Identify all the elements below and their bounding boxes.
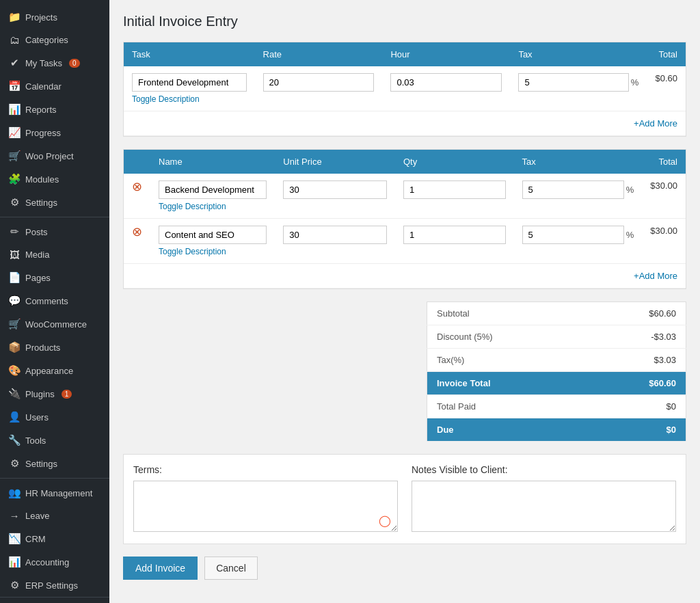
- appearance-icon: 🎨: [8, 364, 21, 377]
- unitprice-cell-1: [275, 174, 395, 219]
- task-rate-input[interactable]: [263, 73, 375, 92]
- add-invoice-button[interactable]: Add Invoice: [123, 557, 198, 580]
- footer-buttons: Add Invoice Cancel: [123, 557, 686, 580]
- sidebar-item-accounting[interactable]: 📊 Accounting: [0, 550, 109, 574]
- tasks-icon: ✔: [8, 57, 21, 69]
- sidebar-item-pages[interactable]: 📄 Pages: [0, 266, 109, 289]
- page-title: Initial Invoice Entry: [123, 14, 686, 29]
- hour-cell: [382, 66, 510, 111]
- notes-textarea-wrap: [412, 481, 676, 534]
- product-name-input-2[interactable]: [159, 226, 267, 244]
- sidebar-label: Appearance: [25, 366, 73, 376]
- woocommerce-icon: 🛒: [8, 318, 21, 330]
- sidebar-item-products[interactable]: 📦 Products: [0, 336, 109, 359]
- remove-row-1-button[interactable]: ⊗: [132, 180, 142, 193]
- sidebar-label: Calendar: [25, 81, 62, 92]
- product-name-input-1[interactable]: [159, 180, 267, 199]
- terms-notes-section: Terms: ◯ Notes Visible to Client:: [123, 454, 686, 544]
- task-cell: Toggle Description: [124, 66, 255, 111]
- sidebar-item-categories[interactable]: 🗂 Categories: [0, 29, 109, 51]
- sidebar-item-plugins[interactable]: 🔌 Plugins 1: [0, 382, 109, 405]
- task-hour-input[interactable]: [390, 73, 502, 92]
- sidebar-item-calendar[interactable]: 📅 Calendar: [0, 75, 109, 98]
- sidebar-label: My Tasks: [25, 58, 62, 68]
- tax-cell: %: [510, 66, 647, 111]
- product-unitprice-input-2[interactable]: [283, 226, 387, 244]
- sidebar-item-settings-proj[interactable]: ⚙ Settings: [0, 191, 109, 214]
- remove-row-2-button[interactable]: ⊗: [132, 226, 142, 238]
- task-tax-input[interactable]: [518, 73, 628, 92]
- woo-project-icon: 🛒: [8, 150, 21, 162]
- rate-col-header: Rate: [255, 42, 383, 66]
- tax-cell-2: %: [514, 219, 643, 264]
- product-add-more-link[interactable]: +Add More: [634, 271, 677, 281]
- sidebar-label: Tools: [25, 436, 46, 446]
- sidebar-item-progress[interactable]: 📈 Progress: [0, 121, 109, 144]
- task-toggle-desc[interactable]: Toggle Description: [132, 94, 247, 104]
- sidebar-item-leave[interactable]: → Leave: [0, 505, 109, 527]
- sidebar-item-crm[interactable]: 📉 CRM: [0, 527, 109, 550]
- tax-value: $3.03: [587, 349, 686, 372]
- sidebar-item-settings[interactable]: ⚙ Settings: [0, 452, 109, 475]
- qty-col-header: Qty: [395, 150, 514, 174]
- sidebar-item-erp-settings[interactable]: ⚙ ERP Settings: [0, 574, 109, 597]
- task-add-more-link[interactable]: +Add More: [634, 118, 677, 129]
- sidebar-item-projects[interactable]: 📁 Projects: [0, 5, 109, 29]
- product-row: ⊗ Toggle Description: [124, 174, 686, 219]
- total-cell-2: $30.00: [642, 219, 686, 264]
- name-cell-2: Toggle Description: [150, 219, 275, 264]
- sidebar-item-posts[interactable]: ✏ Posts: [0, 220, 109, 243]
- product-qty-input-2[interactable]: [403, 226, 506, 244]
- task-row: Toggle Description % $0.60: [124, 66, 686, 111]
- sidebar-item-my-tasks[interactable]: ✔ My Tasks 0: [0, 51, 109, 75]
- qty-cell-1: [395, 174, 514, 219]
- sidebar-item-comments[interactable]: 💬 Comments: [0, 289, 109, 312]
- sidebar-item-appearance[interactable]: 🎨 Appearance: [0, 359, 109, 382]
- task-name-input[interactable]: [132, 73, 247, 92]
- product-add-more-row: +Add More: [124, 264, 686, 289]
- product-tax-input-2[interactable]: [522, 226, 624, 244]
- name-cell-1: Toggle Description: [150, 174, 275, 219]
- product-row-2: ⊗ Toggle Description: [124, 219, 686, 264]
- total-paid-value: $0: [587, 395, 686, 418]
- sidebar-divider-2: [0, 478, 109, 479]
- remove-cell-1: ⊗: [124, 174, 150, 219]
- sidebar-label: Reports: [25, 105, 57, 115]
- cancel-button[interactable]: Cancel: [204, 557, 258, 580]
- sidebar-item-hr-management[interactable]: 👥 HR Management: [0, 481, 109, 505]
- tax-col-header: Tax: [510, 42, 647, 66]
- total-col-header: Total: [647, 42, 686, 66]
- main-content: Initial Invoice Entry Task Rate Hour Tax…: [109, 0, 700, 603]
- summary-due-row: Due $0: [427, 418, 686, 442]
- sidebar-item-reports[interactable]: 📊 Reports: [0, 98, 109, 121]
- sidebar-item-users[interactable]: 👤 Users: [0, 405, 109, 429]
- notes-textarea[interactable]: [412, 481, 676, 532]
- sidebar-label: HR Management: [25, 488, 92, 498]
- sidebar-label: Modules: [25, 174, 59, 185]
- summary-table: Subtotal $60.60 Discount (5%) -$3.03 Tax…: [427, 302, 686, 442]
- collapse-menu-button[interactable]: ◀ Collapse menu: [0, 597, 109, 603]
- task-add-more-cell: +Add More: [124, 111, 686, 136]
- product-tax-input-1[interactable]: [522, 180, 624, 199]
- total-paid-label: Total Paid: [427, 395, 587, 418]
- product-qty-input-1[interactable]: [403, 180, 506, 199]
- total-cell: $0.60: [647, 66, 686, 111]
- reports-icon: 📊: [8, 103, 21, 116]
- plugins-badge: 1: [62, 390, 72, 399]
- sidebar-item-modules[interactable]: 🧩 Modules: [0, 168, 109, 191]
- terms-textarea[interactable]: [133, 481, 398, 532]
- sidebar-item-tools[interactable]: 🔧 Tools: [0, 429, 109, 452]
- sidebar-item-woo-project[interactable]: 🛒 Woo Project: [0, 144, 109, 168]
- sidebar-divider-1: [0, 217, 109, 217]
- due-value: $0: [587, 418, 686, 442]
- summary-subtotal-row: Subtotal $60.60: [427, 302, 686, 325]
- product-toggle-desc-2[interactable]: Toggle Description: [159, 247, 267, 256]
- sidebar-item-woocommerce[interactable]: 🛒 WooCommerce: [0, 312, 109, 336]
- subtotal-label: Subtotal: [427, 302, 587, 325]
- product-unitprice-input-1[interactable]: [283, 180, 387, 199]
- leave-icon: →: [8, 510, 21, 522]
- product-toggle-desc-1[interactable]: Toggle Description: [159, 202, 267, 211]
- qty-cell-2: [395, 219, 514, 264]
- sidebar-item-media[interactable]: 🖼 Media: [0, 243, 109, 266]
- terms-textarea-wrap: ◯: [133, 481, 398, 534]
